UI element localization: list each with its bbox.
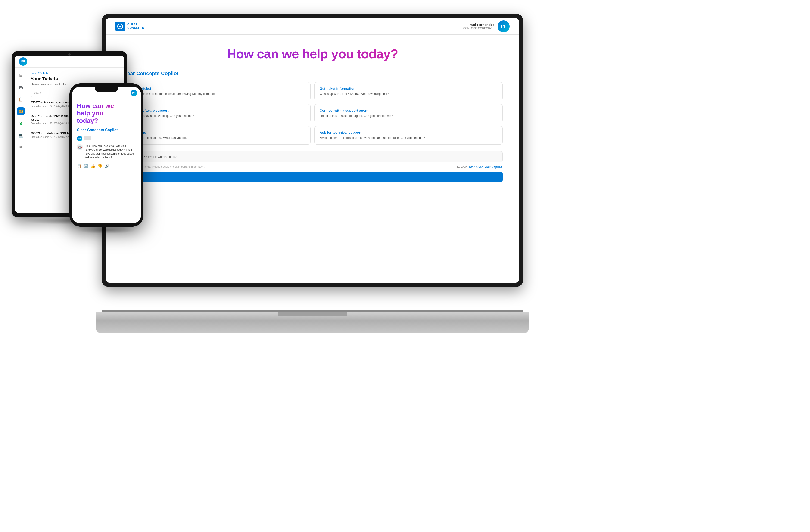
suggestion-title-2: Ask for software support xyxy=(128,109,305,112)
laptop-device: CLEAR CONCEPTS Patti Fernandez CONTOSO C… xyxy=(102,14,535,333)
phone-device: PF How can wehelp youtoday? Clear Concep… xyxy=(69,83,144,227)
user-name: Patti Fernandez xyxy=(463,23,494,27)
brand-line1: CLEAR xyxy=(127,23,144,26)
laptop-bezel: CLEAR CONCEPTS Patti Fernandez CONTOSO C… xyxy=(102,14,523,287)
speaker-icon[interactable]: 🔊 xyxy=(104,164,109,168)
page-title: Your Tickets xyxy=(31,76,120,82)
breadcrumb-home[interactable]: Home xyxy=(31,72,37,74)
phone-screen: PF How can wehelp youtoday? Clear Concep… xyxy=(72,86,141,223)
suggestion-title-0: Create a ticket xyxy=(128,86,305,90)
suggestion-text-5: My computer is so slow. It is also very … xyxy=(320,136,497,140)
phone-bot-message: 🤖 Hello! How can I assist you with your … xyxy=(77,144,136,160)
tablet-user-avatar: PF xyxy=(19,57,27,66)
laptop-screen: CLEAR CONCEPTS Patti Fernandez CONTOSO C… xyxy=(106,18,519,283)
phone-bot-bubble: Hello! How can I assist you with your ha… xyxy=(85,144,136,160)
brand-text: CLEAR CONCEPTS xyxy=(127,23,144,30)
breadcrumb-tickets[interactable]: Tickets xyxy=(39,72,48,74)
suggestion-card-1[interactable]: Get ticket information What's up with ti… xyxy=(314,82,503,100)
sidebar-item-devices[interactable]: 💻 xyxy=(17,131,25,139)
laptop-main-content: How can we help you today? Clear Concept… xyxy=(106,35,519,283)
phone-bezel: PF How can wehelp youtoday? Clear Concep… xyxy=(69,83,144,227)
breadcrumb: Home / Tickets xyxy=(31,72,120,74)
suggestion-card-2[interactable]: Ask for software support My Windows 95 i… xyxy=(122,104,311,122)
sidebar-item-tickets[interactable]: 🎫 xyxy=(17,107,25,115)
phone-user-message: PF xyxy=(77,136,136,141)
suggestion-text-2: My Windows 95 is not working. Can you he… xyxy=(128,114,305,118)
suggestion-text-1: What's up with ticket #12345? Who is wor… xyxy=(320,92,497,96)
laptop-logo: CLEAR CONCEPTS xyxy=(115,21,144,31)
brand-icon xyxy=(115,21,125,31)
phone-content: How can wehelp youtoday? Clear Concepts … xyxy=(72,98,141,223)
suggestion-title-1: Get ticket information xyxy=(320,86,497,90)
copy-icon[interactable]: 📋 xyxy=(77,164,81,168)
user-details: Patti Fernandez CONTOSO CORPORA... xyxy=(463,23,494,30)
suggestion-text-3: I need to talk to a support agent. Can y… xyxy=(320,114,497,118)
thumbs-up-icon[interactable]: 👍 xyxy=(91,164,95,168)
chat-send-bar[interactable] xyxy=(122,172,503,182)
sidebar-item-games[interactable]: 🎮 xyxy=(17,83,25,91)
suggestion-title-5: Ask for technical support xyxy=(320,131,497,134)
user-org: CONTOSO CORPORA... xyxy=(463,27,494,30)
phone-bot-icon: 🤖 xyxy=(77,144,83,150)
sidebar-item-dashboard[interactable]: ⊞ xyxy=(17,71,25,79)
phone-user-avatar: PF xyxy=(131,90,137,96)
start-over-button[interactable]: Start Over xyxy=(469,165,483,169)
laptop-user-info: Patti Fernandez CONTOSO CORPORA... PF xyxy=(463,20,509,32)
laptop-topbar: CLEAR CONCEPTS Patti Fernandez CONTOSO C… xyxy=(106,18,519,35)
phone-user-bubble-placeholder xyxy=(84,136,91,140)
tablet-sidebar: ⊞ 🎮 📋 🎫 💲 💻 ❤ xyxy=(15,68,27,213)
phone-notch xyxy=(95,86,118,92)
tablet-camera xyxy=(68,53,70,55)
chat-footer-right: 51/1000 Start Over Ask Copilot xyxy=(457,165,502,169)
suggestion-title-3: Connect with a support agent xyxy=(320,109,497,112)
tablet-topbar: PF xyxy=(15,55,124,68)
chat-preview-box: ticket #12345? Who is working on it? xyxy=(122,151,503,162)
laptop-headline: How can we help you today? xyxy=(122,46,503,61)
chat-footer: AI can make mistakes. Please double chec… xyxy=(122,165,503,169)
phone-user-bubble-avatar: PF xyxy=(77,136,82,141)
suggestion-card-5[interactable]: Ask for technical support My computer is… xyxy=(314,126,503,144)
thumbs-down-icon[interactable]: 👎 xyxy=(98,164,102,168)
phone-copilot-label: Clear Concepts Copilot xyxy=(77,128,136,132)
sidebar-item-billing[interactable]: 💲 xyxy=(17,119,25,127)
sidebar-item-reports[interactable]: 📋 xyxy=(17,95,25,103)
phone-bot-actions: 📋 🔄 👍 👎 🔊 xyxy=(77,164,136,168)
sidebar-item-favorites[interactable]: ❤ xyxy=(17,144,25,151)
suggestion-card-4[interactable]: Limitations What are your limitations? W… xyxy=(122,126,311,144)
suggestion-text-4: What are your limitations? What can you … xyxy=(128,136,305,140)
phone-headline: How can wehelp youtoday? xyxy=(77,102,136,125)
phone-chat-area: PF 🤖 Hello! How can I assist you with yo… xyxy=(77,136,136,168)
suggestion-card-3[interactable]: Connect with a support agent I need to t… xyxy=(314,104,503,122)
ask-copilot-button[interactable]: Ask Copilot xyxy=(485,165,502,169)
chat-counter: 51/1000 xyxy=(457,165,467,168)
copilot-label: Clear Concepts Copilot xyxy=(122,70,503,77)
suggestion-grid: Create a ticket I want to create a ticke… xyxy=(122,82,503,145)
phone-shadow xyxy=(77,227,136,234)
suggestion-card-0[interactable]: Create a ticket I want to create a ticke… xyxy=(122,82,311,100)
user-avatar: PF xyxy=(498,20,509,32)
refresh-icon[interactable]: 🔄 xyxy=(84,164,88,168)
suggestion-title-4: Limitations xyxy=(128,131,305,134)
suggestion-text-0: I want to create a ticket for an issue I… xyxy=(128,92,305,96)
brand-line2: CONCEPTS xyxy=(127,27,144,30)
laptop-base xyxy=(96,312,529,333)
